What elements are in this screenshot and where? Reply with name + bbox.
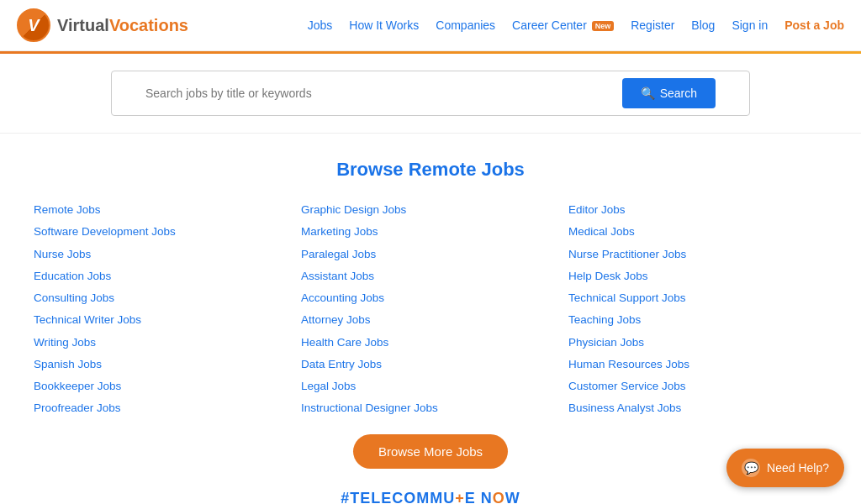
- nav-post-job[interactable]: Post a Job: [784, 18, 844, 32]
- list-item[interactable]: Editor Jobs: [568, 202, 827, 218]
- browse-title: Browse Remote Jobs: [34, 159, 827, 181]
- nav-how-it-works[interactable]: How It Works: [349, 18, 419, 32]
- plus-icon: +: [455, 490, 465, 505]
- jobs-columns: Remote Jobs Software Development Jobs Nu…: [34, 202, 827, 417]
- list-item[interactable]: Marketing Jobs: [301, 223, 560, 240]
- telecommute-o: O: [493, 490, 505, 505]
- nav-career-center[interactable]: Career Center New: [512, 18, 614, 32]
- list-item[interactable]: Writing Jobs: [34, 334, 293, 351]
- list-item[interactable]: Bookkeeper Jobs: [34, 378, 293, 395]
- nav-blog[interactable]: Blog: [691, 18, 715, 32]
- jobs-col-2: Graphic Design Jobs Marketing Jobs Paral…: [301, 202, 560, 417]
- list-item[interactable]: Help Desk Jobs: [568, 268, 827, 285]
- list-item[interactable]: Consulting Jobs: [34, 290, 293, 307]
- jobs-col-3: Editor Jobs Medical Jobs Nurse Practitio…: [568, 202, 827, 417]
- main-nav: Jobs How It Works Companies Career Cente…: [308, 18, 844, 32]
- nav-sign-in[interactable]: Sign in: [732, 18, 768, 32]
- search-button[interactable]: 🔍 Search: [622, 78, 716, 108]
- header: V VirtualVocations Jobs How It Works Com…: [0, 0, 861, 51]
- nav-jobs[interactable]: Jobs: [308, 18, 333, 32]
- search-box: [145, 81, 614, 105]
- search-button-label: Search: [660, 87, 697, 100]
- logo-letter: V: [28, 16, 39, 35]
- jobs-col-1: Remote Jobs Software Development Jobs Nu…: [34, 202, 293, 417]
- chat-icon: 💬: [742, 459, 760, 477]
- list-item[interactable]: Graphic Design Jobs: [301, 202, 560, 218]
- list-item[interactable]: Legal Jobs: [301, 378, 560, 395]
- list-item[interactable]: Spanish Jobs: [34, 356, 293, 373]
- logo-virtual: Virtual: [57, 16, 109, 34]
- list-item[interactable]: Teaching Jobs: [568, 312, 827, 328]
- list-item[interactable]: Paralegal Jobs: [301, 246, 560, 263]
- list-item[interactable]: Nurse Practitioner Jobs: [568, 246, 827, 263]
- list-item[interactable]: Proofreader Jobs: [34, 400, 293, 417]
- logo-area: V VirtualVocations: [17, 8, 188, 42]
- list-item[interactable]: Technical Support Jobs: [568, 290, 827, 307]
- list-item[interactable]: Health Care Jobs: [301, 334, 560, 351]
- new-badge: New: [592, 21, 615, 31]
- need-help-label: Need Help?: [767, 461, 829, 475]
- nav-register[interactable]: Register: [631, 18, 674, 32]
- list-item[interactable]: Medical Jobs: [568, 223, 827, 240]
- list-item[interactable]: Assistant Jobs: [301, 268, 560, 285]
- list-item[interactable]: Attorney Jobs: [301, 312, 560, 328]
- list-item[interactable]: Accounting Jobs: [301, 290, 560, 307]
- list-item[interactable]: Human Resources Jobs: [568, 356, 827, 373]
- telecommute-section: #TELECOMMU+E NOW COVID -19 RESPONSE: [34, 481, 827, 505]
- browse-more-button[interactable]: Browse More Jobs: [353, 434, 508, 469]
- search-icon: 🔍: [641, 87, 655, 100]
- list-item[interactable]: Education Jobs: [34, 268, 293, 285]
- browse-more-label: Browse More Jobs: [378, 444, 483, 459]
- logo-icon: V: [17, 8, 50, 42]
- list-item[interactable]: Physician Jobs: [568, 334, 827, 351]
- list-item[interactable]: Customer Service Jobs: [568, 378, 827, 395]
- list-item[interactable]: Data Entry Jobs: [301, 356, 560, 373]
- browse-section: Browse Remote Jobs Remote Jobs Software …: [0, 134, 861, 504]
- search-input[interactable]: [145, 81, 614, 105]
- list-item[interactable]: Software Development Jobs: [34, 223, 293, 240]
- list-item[interactable]: Technical Writer Jobs: [34, 312, 293, 328]
- browse-more-container: Browse More Jobs: [34, 434, 827, 469]
- logo-text: VirtualVocations: [57, 16, 188, 35]
- list-item[interactable]: Instructional Designer Jobs: [301, 400, 560, 417]
- list-item[interactable]: Business Analyst Jobs: [568, 400, 827, 417]
- list-item[interactable]: Nurse Jobs: [34, 246, 293, 263]
- list-item[interactable]: Remote Jobs: [34, 202, 293, 218]
- search-section: 🔍 Search: [0, 54, 861, 134]
- nav-companies[interactable]: Companies: [436, 18, 495, 32]
- logo-vocations: Vocations: [109, 16, 188, 34]
- telecommute-hashtag: #TELECOMMU+E NOW: [50, 490, 811, 505]
- need-help-button[interactable]: 💬 Need Help?: [726, 449, 844, 487]
